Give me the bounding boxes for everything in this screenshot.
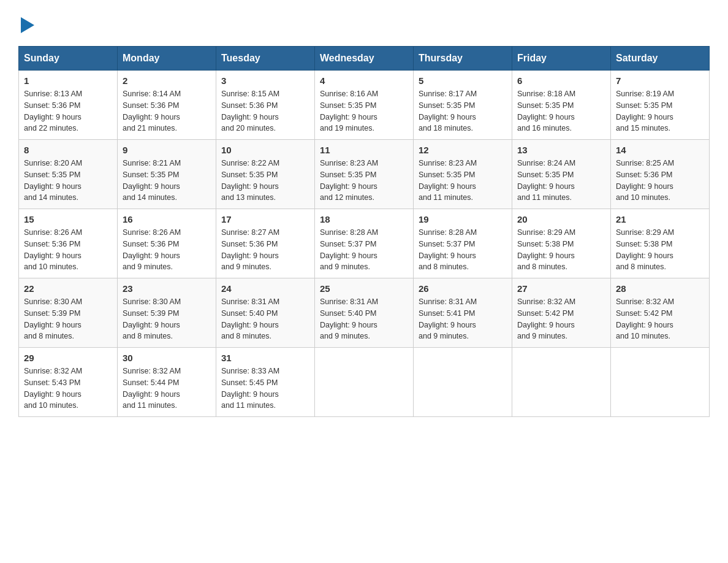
day-info: Sunrise: 8:15 AM Sunset: 5:36 PM Dayligh… — [221, 88, 309, 134]
day-info: Sunrise: 8:24 AM Sunset: 5:35 PM Dayligh… — [517, 158, 605, 204]
day-cell: 22 Sunrise: 8:30 AM Sunset: 5:39 PM Dayl… — [19, 278, 118, 348]
day-number: 21 — [616, 214, 704, 224]
day-info: Sunrise: 8:31 AM Sunset: 5:40 PM Dayligh… — [221, 296, 309, 342]
day-number: 19 — [419, 214, 507, 224]
day-info: Sunrise: 8:29 AM Sunset: 5:38 PM Dayligh… — [517, 227, 605, 273]
day-info: Sunrise: 8:31 AM Sunset: 5:41 PM Dayligh… — [419, 296, 507, 342]
day-cell: 4 Sunrise: 8:16 AM Sunset: 5:35 PM Dayli… — [315, 71, 414, 140]
day-info: Sunrise: 8:13 AM Sunset: 5:36 PM Dayligh… — [24, 88, 112, 134]
day-cell: 20 Sunrise: 8:29 AM Sunset: 5:38 PM Dayl… — [512, 209, 611, 278]
day-cell: 30 Sunrise: 8:32 AM Sunset: 5:44 PM Dayl… — [118, 348, 216, 417]
day-info: Sunrise: 8:14 AM Sunset: 5:36 PM Dayligh… — [123, 88, 211, 134]
day-cell: 26 Sunrise: 8:31 AM Sunset: 5:41 PM Dayl… — [414, 278, 512, 348]
day-cell — [414, 348, 512, 417]
day-number: 1 — [24, 75, 112, 86]
logo-arrow-icon — [21, 12, 34, 35]
day-info: Sunrise: 8:16 AM Sunset: 5:35 PM Dayligh… — [320, 88, 408, 134]
day-number: 26 — [419, 283, 507, 294]
day-number: 31 — [221, 353, 309, 363]
day-cell: 18 Sunrise: 8:28 AM Sunset: 5:37 PM Dayl… — [315, 209, 414, 278]
header-wednesday: Wednesday — [315, 47, 414, 71]
day-info: Sunrise: 8:26 AM Sunset: 5:36 PM Dayligh… — [123, 227, 211, 273]
day-number: 10 — [221, 145, 309, 155]
day-number: 7 — [616, 75, 704, 86]
day-cell: 14 Sunrise: 8:25 AM Sunset: 5:36 PM Dayl… — [611, 140, 710, 209]
day-number: 9 — [123, 145, 211, 155]
day-number: 18 — [320, 214, 408, 224]
day-cell: 31 Sunrise: 8:33 AM Sunset: 5:45 PM Dayl… — [216, 348, 315, 417]
day-number: 4 — [320, 75, 408, 86]
day-number: 22 — [24, 283, 112, 294]
day-cell: 6 Sunrise: 8:18 AM Sunset: 5:35 PM Dayli… — [512, 71, 611, 140]
day-info: Sunrise: 8:20 AM Sunset: 5:35 PM Dayligh… — [24, 158, 112, 204]
day-cell: 21 Sunrise: 8:29 AM Sunset: 5:38 PM Dayl… — [611, 209, 710, 278]
day-number: 3 — [221, 75, 309, 86]
day-cell: 24 Sunrise: 8:31 AM Sunset: 5:40 PM Dayl… — [216, 278, 315, 348]
day-number: 24 — [221, 283, 309, 294]
header-tuesday: Tuesday — [216, 47, 315, 71]
day-info: Sunrise: 8:17 AM Sunset: 5:35 PM Dayligh… — [419, 88, 507, 134]
header-friday: Friday — [512, 47, 611, 71]
day-cell: 1 Sunrise: 8:13 AM Sunset: 5:36 PM Dayli… — [19, 71, 118, 140]
day-cell — [512, 348, 611, 417]
day-number: 17 — [221, 214, 309, 224]
day-cell: 8 Sunrise: 8:20 AM Sunset: 5:35 PM Dayli… — [19, 140, 118, 209]
svg-marker-0 — [21, 17, 34, 33]
day-cell: 19 Sunrise: 8:28 AM Sunset: 5:37 PM Dayl… — [414, 209, 512, 278]
week-row-4: 22 Sunrise: 8:30 AM Sunset: 5:39 PM Dayl… — [19, 278, 710, 348]
day-cell — [315, 348, 414, 417]
day-info: Sunrise: 8:18 AM Sunset: 5:35 PM Dayligh… — [517, 88, 605, 134]
day-info: Sunrise: 8:23 AM Sunset: 5:35 PM Dayligh… — [419, 158, 507, 204]
day-info: Sunrise: 8:26 AM Sunset: 5:36 PM Dayligh… — [24, 227, 112, 273]
day-info: Sunrise: 8:33 AM Sunset: 5:45 PM Dayligh… — [221, 366, 309, 412]
day-number: 13 — [517, 145, 605, 155]
day-info: Sunrise: 8:28 AM Sunset: 5:37 PM Dayligh… — [320, 227, 408, 273]
header-sunday: Sunday — [19, 47, 118, 71]
day-number: 11 — [320, 145, 408, 155]
day-cell: 11 Sunrise: 8:23 AM Sunset: 5:35 PM Dayl… — [315, 140, 414, 209]
day-cell: 16 Sunrise: 8:26 AM Sunset: 5:36 PM Dayl… — [118, 209, 216, 278]
day-info: Sunrise: 8:30 AM Sunset: 5:39 PM Dayligh… — [24, 296, 112, 342]
day-cell: 5 Sunrise: 8:17 AM Sunset: 5:35 PM Dayli… — [414, 71, 512, 140]
day-cell: 3 Sunrise: 8:15 AM Sunset: 5:36 PM Dayli… — [216, 71, 315, 140]
calendar-table: SundayMondayTuesdayWednesdayThursdayFrid… — [18, 46, 710, 417]
week-row-1: 1 Sunrise: 8:13 AM Sunset: 5:36 PM Dayli… — [19, 71, 710, 140]
day-cell: 9 Sunrise: 8:21 AM Sunset: 5:35 PM Dayli… — [118, 140, 216, 209]
day-info: Sunrise: 8:31 AM Sunset: 5:40 PM Dayligh… — [320, 296, 408, 342]
week-row-5: 29 Sunrise: 8:32 AM Sunset: 5:43 PM Dayl… — [19, 348, 710, 417]
day-info: Sunrise: 8:22 AM Sunset: 5:35 PM Dayligh… — [221, 158, 309, 204]
day-info: Sunrise: 8:23 AM Sunset: 5:35 PM Dayligh… — [320, 158, 408, 204]
day-number: 27 — [517, 283, 605, 294]
day-info: Sunrise: 8:19 AM Sunset: 5:35 PM Dayligh… — [616, 88, 704, 134]
day-number: 29 — [24, 353, 112, 363]
day-number: 8 — [24, 145, 112, 155]
day-number: 23 — [123, 283, 211, 294]
day-info: Sunrise: 8:21 AM Sunset: 5:35 PM Dayligh… — [123, 158, 211, 204]
day-info: Sunrise: 8:32 AM Sunset: 5:42 PM Dayligh… — [517, 296, 605, 342]
day-number: 25 — [320, 283, 408, 294]
day-number: 20 — [517, 214, 605, 224]
day-info: Sunrise: 8:25 AM Sunset: 5:36 PM Dayligh… — [616, 158, 704, 204]
day-number: 12 — [419, 145, 507, 155]
header-saturday: Saturday — [611, 47, 710, 71]
day-cell: 12 Sunrise: 8:23 AM Sunset: 5:35 PM Dayl… — [414, 140, 512, 209]
day-number: 16 — [123, 214, 211, 224]
day-cell: 7 Sunrise: 8:19 AM Sunset: 5:35 PM Dayli… — [611, 71, 710, 140]
logo — [18, 12, 34, 34]
day-cell — [611, 348, 710, 417]
day-cell: 29 Sunrise: 8:32 AM Sunset: 5:43 PM Dayl… — [19, 348, 118, 417]
day-info: Sunrise: 8:32 AM Sunset: 5:43 PM Dayligh… — [24, 366, 112, 412]
day-cell: 25 Sunrise: 8:31 AM Sunset: 5:40 PM Dayl… — [315, 278, 414, 348]
day-info: Sunrise: 8:29 AM Sunset: 5:38 PM Dayligh… — [616, 227, 704, 273]
day-number: 14 — [616, 145, 704, 155]
day-cell: 15 Sunrise: 8:26 AM Sunset: 5:36 PM Dayl… — [19, 209, 118, 278]
day-number: 5 — [419, 75, 507, 86]
header-monday: Monday — [118, 47, 216, 71]
day-info: Sunrise: 8:32 AM Sunset: 5:44 PM Dayligh… — [123, 366, 211, 412]
day-cell: 2 Sunrise: 8:14 AM Sunset: 5:36 PM Dayli… — [118, 71, 216, 140]
day-info: Sunrise: 8:28 AM Sunset: 5:37 PM Dayligh… — [419, 227, 507, 273]
day-cell: 23 Sunrise: 8:30 AM Sunset: 5:39 PM Dayl… — [118, 278, 216, 348]
calendar-header-row: SundayMondayTuesdayWednesdayThursdayFrid… — [19, 47, 710, 71]
day-cell: 28 Sunrise: 8:32 AM Sunset: 5:42 PM Dayl… — [611, 278, 710, 348]
day-info: Sunrise: 8:30 AM Sunset: 5:39 PM Dayligh… — [123, 296, 211, 342]
